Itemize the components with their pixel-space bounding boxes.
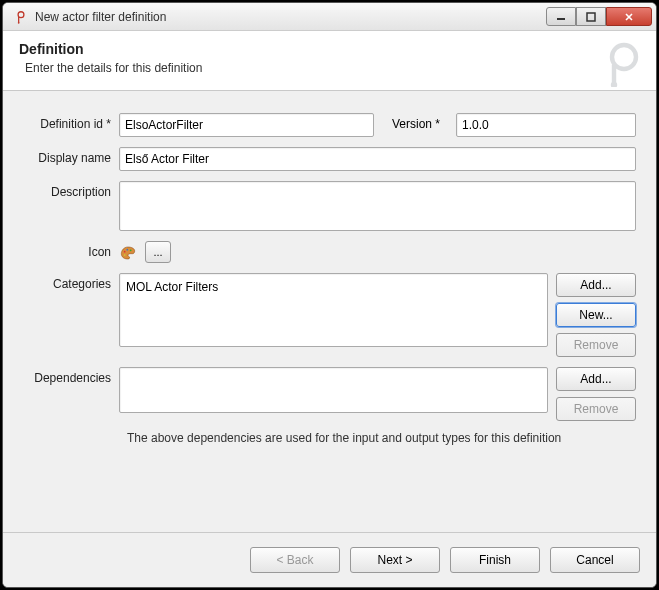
display-name-input[interactable] bbox=[119, 147, 636, 171]
category-new-button[interactable]: New... bbox=[556, 303, 636, 327]
header-logo-icon bbox=[598, 39, 646, 87]
back-button[interactable]: < Back bbox=[250, 547, 340, 573]
svg-rect-2 bbox=[557, 18, 565, 20]
svg-point-6 bbox=[124, 251, 126, 253]
dependencies-list[interactable] bbox=[119, 367, 548, 413]
svg-rect-3 bbox=[587, 13, 595, 21]
finish-button[interactable]: Finish bbox=[450, 547, 540, 573]
category-remove-button[interactable]: Remove bbox=[556, 333, 636, 357]
cancel-button[interactable]: Cancel bbox=[550, 547, 640, 573]
categories-list[interactable]: MOL Actor Filters bbox=[119, 273, 548, 347]
dependency-add-button[interactable]: Add... bbox=[556, 367, 636, 391]
browse-icon-button[interactable]: ... bbox=[145, 241, 171, 263]
titlebar: New actor filter definition bbox=[3, 3, 656, 31]
wizard-button-bar: < Back Next > Finish Cancel bbox=[3, 532, 656, 587]
version-input[interactable] bbox=[456, 113, 636, 137]
header-title: Definition bbox=[19, 41, 640, 57]
app-icon bbox=[13, 9, 29, 25]
icon-label: Icon bbox=[23, 241, 119, 259]
definition-id-label: Definition id * bbox=[23, 113, 119, 131]
next-button[interactable]: Next > bbox=[350, 547, 440, 573]
minimize-button[interactable] bbox=[546, 7, 576, 26]
svg-point-5 bbox=[611, 82, 617, 87]
maximize-button[interactable] bbox=[576, 7, 606, 26]
svg-point-8 bbox=[130, 249, 132, 251]
dependency-remove-button[interactable]: Remove bbox=[556, 397, 636, 421]
description-label: Description bbox=[23, 181, 119, 199]
palette-icon bbox=[119, 244, 137, 262]
header-subtitle: Enter the details for this definition bbox=[25, 61, 640, 75]
svg-point-1 bbox=[18, 21, 20, 23]
categories-label: Categories bbox=[23, 273, 119, 291]
category-add-button[interactable]: Add... bbox=[556, 273, 636, 297]
svg-point-0 bbox=[18, 11, 24, 17]
window-title: New actor filter definition bbox=[35, 10, 546, 24]
display-name-label: Display name bbox=[23, 147, 119, 165]
wizard-header: Definition Enter the details for this de… bbox=[3, 31, 656, 91]
dependencies-label: Dependencies bbox=[23, 367, 119, 385]
description-textarea[interactable] bbox=[119, 181, 636, 231]
svg-point-7 bbox=[126, 249, 128, 251]
svg-point-9 bbox=[124, 254, 126, 256]
definition-id-input[interactable] bbox=[119, 113, 374, 137]
dialog-window: New actor filter definition Definition E… bbox=[2, 2, 657, 588]
dependencies-note: The above dependencies are used for the … bbox=[127, 431, 636, 445]
close-button[interactable] bbox=[606, 7, 652, 26]
form-area: Definition id * Version * Display name D… bbox=[3, 91, 656, 532]
window-controls bbox=[546, 7, 652, 26]
version-label: Version * bbox=[382, 113, 448, 131]
list-item[interactable]: MOL Actor Filters bbox=[126, 278, 541, 296]
